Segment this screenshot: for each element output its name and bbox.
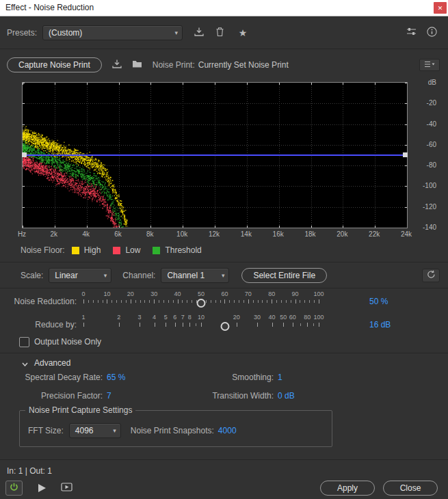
noise-print-row: Capture Noise Print Noise Print: Current… <box>0 49 448 80</box>
scale-dropdown-value: Linear <box>55 271 77 280</box>
delete-preset-button[interactable] <box>211 25 228 40</box>
star-icon: ★ <box>239 27 248 38</box>
capture-settings-title: Noise Print Capture Settings <box>25 405 135 415</box>
smoothing-value[interactable]: 1 <box>278 373 282 382</box>
select-entire-file-button[interactable]: Select Entire File <box>241 268 327 283</box>
noise-reduction-dialog: Effect - Noise Reduction ✕ Presets: (Cus… <box>0 0 448 499</box>
ruler-tick <box>300 300 300 303</box>
ruler-tick <box>304 300 305 303</box>
output-noise-only-checkbox[interactable] <box>19 337 29 347</box>
power-button[interactable] <box>5 481 23 496</box>
ruler-tick <box>314 300 315 303</box>
play-button[interactable] <box>34 481 50 496</box>
reset-button[interactable] <box>422 269 440 282</box>
ruler-tick <box>175 323 176 327</box>
ruler-tick <box>239 300 239 303</box>
frequency-axis: Hz2k4k6k8k10k12k14k16k18k20k22k24k <box>22 230 408 240</box>
presets-row: Presets: (Custom) ▾ ★ <box>0 16 448 49</box>
ruler-label: 70 <box>245 291 252 297</box>
ruler-tick <box>234 300 235 303</box>
folder-icon <box>132 59 142 70</box>
ruler-tick <box>272 323 273 327</box>
save-preset-button[interactable] <box>191 25 207 40</box>
presets-dropdown[interactable]: (Custom) ▾ <box>42 25 183 40</box>
noise-print-snapshots-value[interactable]: 4000 <box>218 426 237 435</box>
reduce-by-slider[interactable]: 1234567810203040506080100 <box>83 314 319 333</box>
low-color-swatch <box>113 247 120 254</box>
freq-tick-label: 16k <box>273 230 284 238</box>
bottom-controls: Apply Close <box>0 479 448 497</box>
slider-handle[interactable] <box>197 299 206 308</box>
ruler-label: 100 <box>313 291 324 297</box>
ruler-label: 6 <box>173 314 176 321</box>
ruler-label: 3 <box>138 314 142 321</box>
ruler-tick <box>201 323 202 327</box>
freq-tick-label: 4k <box>82 230 90 238</box>
loop-playback-button[interactable] <box>58 481 75 496</box>
capture-noise-print-button[interactable]: Capture Noise Print <box>7 57 102 72</box>
db-axis: dB-20-40-60-80-100-120-140 <box>409 82 440 227</box>
noise-floor-line[interactable] <box>23 154 407 156</box>
legend-high-label: High <box>84 245 101 255</box>
apply-button[interactable]: Apply <box>320 481 375 496</box>
fft-size-label: FFT Size: <box>28 426 64 435</box>
noise-reduction-label: Noise Reduction: <box>0 297 77 306</box>
chevron-down-icon: ▾ <box>113 427 116 434</box>
noise-reduction-value[interactable]: 50 % <box>369 297 388 306</box>
ruler-tick <box>144 300 145 303</box>
ruler-tick <box>295 299 296 304</box>
ruler-label: 80 <box>268 291 275 297</box>
info-button[interactable] <box>423 25 440 40</box>
noise-print-label: Noise Print: <box>153 60 195 70</box>
legend-item-low: Low <box>113 245 140 255</box>
ruler-tick <box>187 300 187 303</box>
presets-dropdown-value: (Custom) <box>49 28 82 38</box>
close-dialog-button[interactable]: Close <box>383 481 438 496</box>
info-icon <box>427 27 437 39</box>
ruler-tick <box>166 323 166 327</box>
noise-floor-handle-left[interactable] <box>22 152 27 157</box>
ruler-label: 8 <box>188 314 192 321</box>
chevron-down-icon: ▾ <box>174 29 178 36</box>
transition-width-value[interactable]: 0 dB <box>278 391 295 401</box>
ruler-label: 60 <box>221 291 228 297</box>
ruler-tick <box>154 299 155 304</box>
fft-size-dropdown[interactable]: 4096 ▾ <box>69 423 121 438</box>
noise-floor-handle-right[interactable] <box>403 152 408 157</box>
ruler-tick <box>107 299 107 304</box>
ruler-tick <box>196 323 196 326</box>
ruler-tick <box>243 300 244 303</box>
ruler-tick <box>83 299 84 304</box>
ruler-label: 20 <box>127 291 134 297</box>
presets-label: Presets: <box>7 28 37 38</box>
channel-dropdown[interactable]: Channel 1 ▾ <box>161 268 229 283</box>
db-tick-label: -100 <box>423 182 436 189</box>
precision-factor-label: Precision Factor: <box>0 391 103 401</box>
reduce-by-value[interactable]: 16 dB <box>369 320 391 329</box>
window-titlebar[interactable]: Effect - Noise Reduction ✕ <box>0 0 448 16</box>
loop-playback-icon <box>61 483 73 494</box>
freq-tick-label: 6k <box>114 230 122 238</box>
advanced-header[interactable]: Advanced <box>22 357 70 369</box>
freq-tick-label: 24k <box>401 230 412 238</box>
slider-handle[interactable] <box>221 322 230 331</box>
freq-tick-label: 18k <box>304 230 315 238</box>
ruler-label: 40 <box>174 291 181 297</box>
rack-icon-button[interactable] <box>403 25 419 40</box>
ruler-tick <box>286 300 287 303</box>
save-noise-print-button[interactable] <box>109 57 125 72</box>
separator <box>0 459 448 460</box>
favorite-button[interactable]: ★ <box>235 25 251 40</box>
db-tick-label: -80 <box>427 161 436 169</box>
ruler-tick <box>211 300 211 303</box>
noise-print-menu-button[interactable] <box>419 59 440 71</box>
ruler-tick <box>140 323 140 327</box>
ruler-tick <box>183 323 183 327</box>
ruler-tick <box>121 300 122 303</box>
close-button[interactable]: ✕ <box>434 2 447 14</box>
scale-dropdown[interactable]: Linear ▾ <box>49 268 111 283</box>
separator <box>0 353 448 353</box>
noise-reduction-slider[interactable]: 0102030405060708090100 <box>83 291 319 310</box>
ruler-label: 7 <box>181 314 185 321</box>
load-noise-print-button[interactable] <box>129 57 146 72</box>
